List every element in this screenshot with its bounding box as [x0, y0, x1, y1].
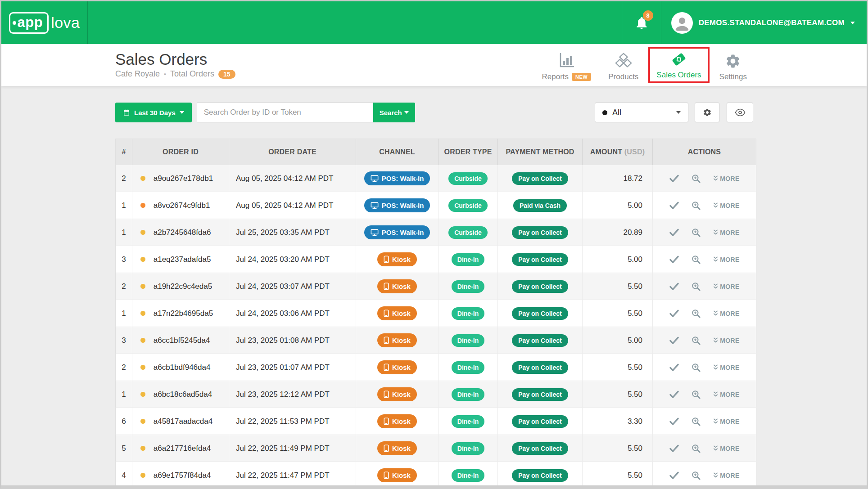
confirm-order-button[interactable] [669, 471, 679, 480]
more-actions-button[interactable]: MORE [713, 364, 740, 371]
order-date: Jul 24, 2025 03:06 AM PDT [236, 309, 330, 318]
status-filter-select[interactable]: All [595, 103, 688, 122]
amount-unit: (USD) [624, 148, 645, 156]
notifications-button[interactable]: 8 [622, 1, 661, 44]
table-row[interactable]: 1 a2b7245648fda6 Jul 25, 2025 03:35 AM P… [116, 219, 756, 246]
more-actions-button[interactable]: MORE [713, 175, 740, 182]
zoom-in-icon[interactable] [691, 336, 701, 345]
amount-cell: 5.00 [583, 327, 653, 354]
date-range-label: Last 30 Days [134, 109, 176, 117]
table-row[interactable]: 2 a19h22c9c4eda5 Jul 24, 2025 03:07 AM P… [116, 273, 756, 300]
double-chevron-down-icon [713, 310, 719, 317]
col-header-index: # [116, 139, 132, 165]
order-type-badge: Dine-In [452, 361, 484, 374]
confirm-order-button[interactable] [669, 309, 679, 318]
channel-cell: POS: Walk-In [356, 219, 439, 246]
column-visibility-button[interactable] [727, 103, 753, 122]
nav-item-sales-orders[interactable]: Sales Orders [648, 47, 709, 83]
confirm-order-button[interactable] [669, 390, 679, 399]
order-index: 3 [122, 336, 126, 345]
applova-logo[interactable]: app lova [1, 1, 88, 44]
confirm-order-button[interactable] [669, 228, 679, 237]
more-actions-button[interactable]: MORE [713, 310, 740, 317]
confirm-order-button[interactable] [669, 255, 679, 264]
order-type-cell: Dine-In [439, 462, 498, 489]
confirm-order-button[interactable] [669, 417, 679, 426]
table-row[interactable]: 1 a17n22b4695da5 Jul 24, 2025 03:06 AM P… [116, 300, 756, 327]
confirm-order-button[interactable] [669, 444, 679, 453]
nav-item-settings[interactable]: Settings [712, 50, 754, 83]
zoom-in-icon[interactable] [691, 390, 701, 399]
confirm-order-button[interactable] [669, 174, 679, 183]
table-row[interactable]: 2 a6cb1bdf946da4 Jul 23, 2025 01:07 AM P… [116, 354, 756, 381]
table-row[interactable]: 1 a8vo2674c9fdb1 Aug 05, 2025 04:12 AM P… [116, 192, 756, 219]
zoom-in-icon[interactable] [691, 417, 701, 426]
order-id: a19h22c9c4eda5 [154, 282, 212, 291]
more-actions-button[interactable]: MORE [713, 418, 740, 425]
order-index: 3 [122, 255, 126, 264]
zoom-in-icon[interactable] [691, 174, 701, 184]
order-amount: 3.30 [628, 417, 642, 426]
zoom-in-icon[interactable] [691, 201, 701, 211]
more-actions-button[interactable]: MORE [713, 283, 740, 290]
actions-cell: MORE [653, 273, 756, 300]
zoom-in-icon[interactable] [691, 363, 701, 372]
more-actions-button[interactable]: MORE [713, 445, 740, 452]
nav-item-products[interactable]: Products [601, 49, 646, 83]
orders-table: # ORDER ID ORDER DATE CHANNEL ORDER TYPE… [115, 139, 756, 489]
table-row[interactable]: 3 a1eq237adafda5 Jul 24, 2025 03:20 AM P… [116, 246, 756, 273]
channel-badge: Kiosk [377, 306, 417, 320]
table-row[interactable]: 2 a9ou267e178db1 Aug 05, 2025 04:12 AM P… [116, 165, 756, 192]
order-type-badge: Dine-In [452, 442, 484, 455]
table-settings-button[interactable] [695, 103, 719, 122]
date-range-button[interactable]: Last 30 Days [115, 103, 192, 122]
zoom-in-icon[interactable] [691, 282, 701, 292]
channel-icon [384, 283, 389, 290]
amount-cell: 5.50 [583, 273, 653, 300]
order-index-cell: 1 [116, 381, 132, 408]
table-row[interactable]: 1 a6bc18c6ad5da4 Jul 23, 2025 12:12 AM P… [116, 381, 756, 408]
confirm-order-button[interactable] [669, 363, 679, 372]
order-date-cell: Jul 22, 2025 11:49 PM PDT [229, 435, 356, 462]
user-menu[interactable]: DEMOS.STANDALONE@BATEAM.COM [661, 1, 867, 44]
zoom-in-icon[interactable] [691, 444, 701, 453]
order-date-cell: Jul 23, 2025 01:08 AM PDT [229, 327, 356, 354]
zoom-in-icon[interactable] [691, 228, 701, 238]
channel-icon [384, 390, 389, 398]
search-input[interactable] [197, 103, 373, 122]
more-actions-button[interactable]: MORE [713, 337, 740, 344]
logo-wordmark: lova [51, 14, 80, 31]
channel-cell: Kiosk [356, 435, 439, 462]
more-actions-button[interactable]: MORE [713, 229, 740, 236]
payment-method-badge: Pay on Collect [512, 442, 568, 455]
actions-cell: MORE [653, 219, 756, 246]
order-date-cell: Jul 22, 2025 11:47 PM PDT [229, 462, 356, 489]
table-row[interactable]: 6 a45817aadacda4 Jul 22, 2025 11:53 PM P… [116, 408, 756, 435]
search-button-label: Search [380, 109, 402, 117]
more-actions-button[interactable]: MORE [713, 202, 740, 209]
more-actions-button[interactable]: MORE [713, 256, 740, 263]
table-row[interactable]: 4 a69e1757f84da4 Jul 22, 2025 11:47 PM P… [116, 462, 756, 489]
nav-item-reports[interactable]: ReportsNEW [535, 49, 599, 83]
confirm-order-button[interactable] [669, 201, 679, 210]
zoom-in-icon[interactable] [691, 309, 701, 319]
zoom-in-icon[interactable] [691, 471, 701, 480]
order-type-cell: Dine-In [439, 273, 498, 300]
bar-chart-icon [558, 52, 575, 69]
order-index-cell: 6 [116, 408, 132, 435]
chevron-down-icon [850, 22, 855, 24]
more-label: MORE [720, 391, 740, 398]
order-type-cell: Curbside [439, 219, 498, 246]
more-actions-button[interactable]: MORE [713, 391, 740, 398]
page-header: Sales Orders Cafe Royale • Total Orders … [1, 44, 867, 86]
payment-method-badge: Pay on Collect [512, 361, 568, 374]
confirm-order-button[interactable] [669, 336, 679, 345]
table-row[interactable]: 3 a6cc1bf5245da4 Jul 23, 2025 01:08 AM P… [116, 327, 756, 354]
order-date: Jul 23, 2025 01:08 AM PDT [236, 336, 330, 345]
table-row[interactable]: 5 a6a217716efda4 Jul 22, 2025 11:49 PM P… [116, 435, 756, 462]
search-button[interactable]: Search [373, 103, 415, 122]
channel-badge: POS: Walk-In [364, 198, 430, 212]
confirm-order-button[interactable] [669, 282, 679, 291]
zoom-in-icon[interactable] [691, 255, 701, 265]
more-actions-button[interactable]: MORE [713, 472, 740, 479]
